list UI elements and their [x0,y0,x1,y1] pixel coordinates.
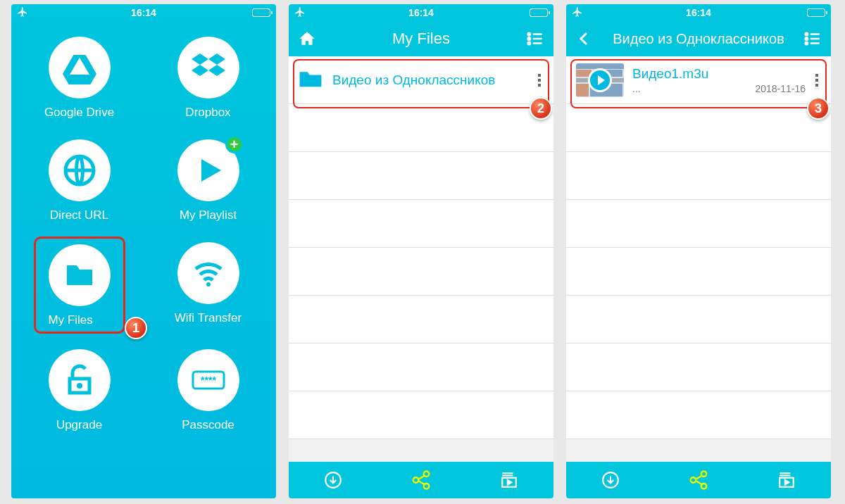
tile-my-playlist[interactable]: + My Playlist [154,139,262,222]
share-nodes-icon [411,470,432,491]
file-list: Видео1.m3u ... 2018-11-16 3 [566,56,831,462]
svg-text:****: **** [201,374,216,386]
bottom-bar [566,462,831,498]
battery-icon [530,8,548,17]
downloads-button[interactable] [600,470,621,491]
list-row-empty [566,248,831,296]
share-button[interactable] [411,470,432,491]
title-bar: My Files [289,21,553,56]
tile-label: Passcode [182,418,234,432]
list-row-empty [566,344,831,391]
page-title: Видео из Одноклассников [566,31,831,47]
svg-point-17 [691,477,696,483]
play-icon [192,153,225,187]
title-bar: Видео из Одноклассников [566,21,831,56]
plus-badge-icon: + [225,135,244,153]
status-time: 16:14 [289,7,553,18]
nowplaying-button[interactable] [776,470,797,491]
file-list: Видео из Одноклассников 2 [289,56,553,462]
tile-label: Google Drive [44,106,114,120]
folder-icon [63,258,96,292]
wifi-icon [192,256,225,290]
share-button[interactable] [688,470,709,491]
screen-my-files: 16:14 My Files Видео из Одноклассников 2 [289,4,553,498]
highlight-box: My Files [34,237,125,334]
home-grid: Google Drive Dropbox Direct URL + My Pla… [11,21,276,448]
tile-label: My Files [49,313,93,327]
list-row-empty [289,296,553,344]
status-bar: 16:14 [11,4,276,21]
passcode-icon: **** [192,363,225,397]
row-menu-button[interactable] [813,71,821,89]
google-drive-icon [63,51,96,84]
file-row[interactable]: Видео1.m3u ... 2018-11-16 [566,56,831,104]
list-row-empty [566,200,831,248]
bottom-bar [289,462,553,498]
tile-google-drive[interactable]: Google Drive [25,37,133,120]
list-row-empty [289,200,553,248]
queue-play-icon [777,471,796,489]
download-icon [601,471,620,489]
queue-play-icon [500,471,518,489]
share-nodes-icon [688,470,709,491]
page-title: My Files [289,30,553,48]
row-menu-button[interactable] [535,71,544,89]
file-date: 2018-11-16 [755,83,806,94]
list-row-empty [289,104,553,152]
tile-direct-url[interactable]: Direct URL [25,139,133,222]
screen-home: 16:14 Google Drive Dropbox Direct URL [11,4,276,498]
list-row-empty [289,391,553,439]
svg-point-1 [206,282,211,286]
list-row-empty [289,248,553,296]
svg-point-9 [413,477,419,483]
status-bar: 16:14 [289,4,553,21]
folder-icon [299,69,323,92]
list-row-empty [566,104,831,152]
list-row-empty [566,296,831,344]
list-row-empty [566,152,831,200]
tile-dropbox[interactable]: Dropbox [154,37,262,120]
svg-point-2 [77,383,82,389]
video-thumbnail [576,63,624,97]
step-marker: 3 [807,97,830,120]
battery-icon [807,8,825,17]
dropbox-icon [192,51,225,84]
tile-passcode[interactable]: **** Passcode [154,349,262,432]
list-row-empty [289,344,553,391]
tile-label: Dropbox [185,106,230,120]
play-overlay-icon [588,68,612,92]
globe-icon [63,153,96,187]
file-meta: ... [632,83,641,94]
status-time: 16:14 [11,7,276,18]
download-icon [324,471,342,489]
tile-label: Direct URL [50,208,108,222]
nowplaying-button[interactable] [499,470,520,491]
file-name: Видео1.m3u [632,66,806,82]
tile-wifi-transfer[interactable]: Wifi Transfer [154,242,262,329]
screen-folder-contents: 16:14 Видео из Одноклассников Видео1.m3u… [566,4,831,498]
list-row-empty [566,391,831,439]
battery-icon [252,8,270,17]
step-marker: 1 [125,317,147,339]
status-bar: 16:14 [566,4,831,21]
step-marker: 2 [530,97,552,120]
folder-name: Видео из Одноклассников [332,73,535,88]
status-time: 16:14 [566,7,831,18]
tile-label: My Playlist [180,208,237,222]
list-row-empty [289,152,553,200]
tile-my-files[interactable]: My Files 1 [25,242,133,329]
tile-upgrade[interactable]: Upgrade [25,349,133,432]
tile-label: Wifi Transfer [175,311,242,325]
downloads-button[interactable] [323,470,344,491]
folder-row[interactable]: Видео из Одноклассников [289,56,553,104]
lock-open-icon [63,363,96,397]
tile-label: Upgrade [56,418,102,432]
